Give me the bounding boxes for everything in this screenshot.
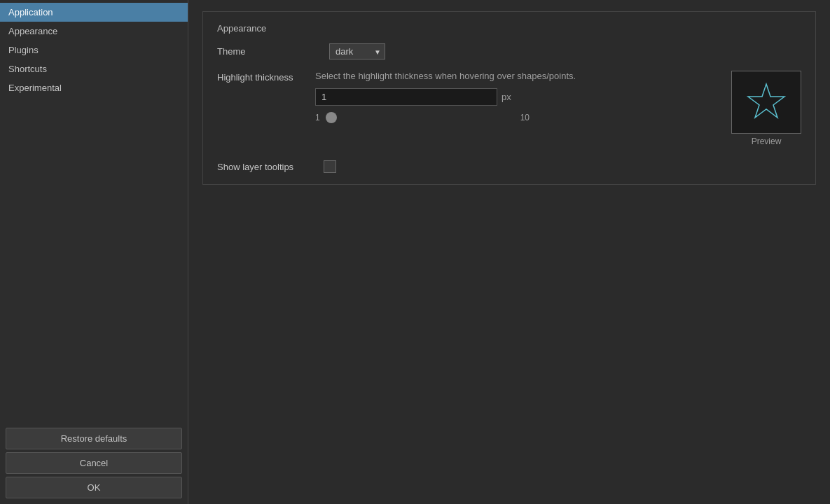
section-title: Appearance bbox=[217, 23, 801, 34]
show-layer-tooltips-checkbox[interactable] bbox=[324, 160, 336, 173]
highlight-thickness-description: Select the highlight thickness when hove… bbox=[315, 71, 717, 81]
cancel-button[interactable]: Cancel bbox=[6, 452, 182, 474]
preview-container: Preview bbox=[731, 71, 801, 146]
main-content: Appearance Theme dark light system ▼ Hig… bbox=[188, 0, 830, 504]
sidebar-item-experimental[interactable]: Experimental bbox=[0, 78, 188, 97]
sidebar-item-appearance[interactable]: Appearance bbox=[0, 22, 188, 41]
sidebar-nav: Application Appearance Plugins Shortcuts… bbox=[0, 0, 188, 422]
theme-dropdown-wrapper: dark light system ▼ bbox=[329, 43, 385, 59]
appearance-panel: Appearance Theme dark light system ▼ Hig… bbox=[188, 0, 830, 196]
sidebar-item-shortcuts[interactable]: Shortcuts bbox=[0, 59, 188, 78]
px-unit-label: px bbox=[502, 92, 511, 102]
theme-row: Theme dark light system ▼ bbox=[217, 43, 801, 59]
show-layer-tooltips-row: Show layer tooltips bbox=[217, 160, 801, 173]
preview-label: Preview bbox=[752, 136, 782, 146]
svg-marker-0 bbox=[748, 84, 784, 118]
star-preview-icon bbox=[745, 81, 787, 123]
sidebar-item-application[interactable]: Application bbox=[0, 3, 188, 22]
sidebar: Application Appearance Plugins Shortcuts… bbox=[0, 0, 188, 504]
preview-box bbox=[731, 71, 801, 134]
highlight-thickness-input[interactable] bbox=[315, 88, 497, 106]
highlight-thickness-row: Highlight thickness Select the highlight… bbox=[217, 71, 801, 146]
ok-button[interactable]: OK bbox=[6, 477, 182, 498]
sidebar-item-plugins[interactable]: Plugins bbox=[0, 41, 188, 59]
restore-defaults-button[interactable]: Restore defaults bbox=[6, 428, 182, 449]
theme-select[interactable]: dark light system bbox=[329, 43, 385, 59]
slider-min-label: 1 bbox=[315, 113, 320, 122]
highlight-px-wrapper: px bbox=[315, 88, 511, 106]
slider-wrapper: 1 10 bbox=[315, 113, 717, 122]
sidebar-bottom-actions: Restore defaults Cancel OK bbox=[0, 422, 188, 504]
settings-group: Appearance Theme dark light system ▼ Hig… bbox=[202, 11, 816, 185]
slider-max-label: 10 bbox=[520, 113, 530, 122]
highlight-thickness-slider[interactable] bbox=[326, 115, 515, 120]
show-layer-tooltips-label: Show layer tooltips bbox=[217, 162, 315, 172]
theme-label: Theme bbox=[217, 46, 329, 57]
highlight-thickness-label: Highlight thickness bbox=[217, 71, 315, 83]
